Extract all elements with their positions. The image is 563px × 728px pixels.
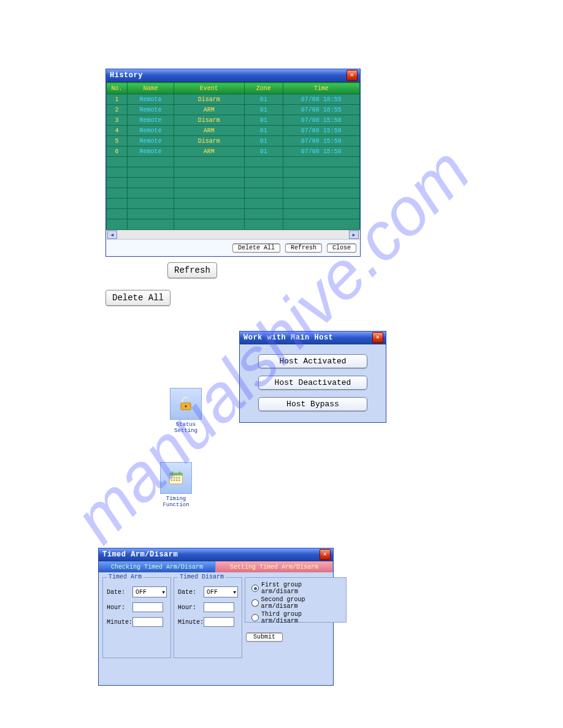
arm-minute-input[interactable] [132, 617, 163, 627]
history-body: No. Name Event Zone Time 1RemoteDisarm01… [106, 82, 360, 256]
tab-checking[interactable]: Checking Timed Arm/Disarm [99, 561, 216, 572]
dis-hour-input[interactable] [204, 602, 234, 612]
host-activated-button[interactable]: Host Activated [258, 354, 367, 368]
timed-disarm-legend: Timed Disarm [178, 574, 226, 580]
close-icon[interactable] [372, 332, 383, 343]
svg-rect-9 [178, 477, 180, 478]
cell-time: 07/08 15:58 [283, 146, 359, 157]
svg-rect-6 [171, 477, 172, 478]
chevron-down-icon: ▼ [162, 590, 165, 595]
svg-rect-13 [178, 479, 180, 480]
table-row: 1RemoteDisarm0107/08 18:55 [107, 94, 360, 105]
cell-no: 3 [107, 115, 128, 126]
radio-third[interactable] [251, 614, 259, 621]
timed-window: Timed Arm/Disarm Checking Timed Arm/Disa… [98, 548, 334, 686]
close-button[interactable]: Close [327, 243, 356, 252]
timing-tile[interactable] [160, 462, 192, 494]
radio-first[interactable] [251, 585, 259, 592]
cell-time: 07/08 15:58 [283, 136, 359, 146]
svg-rect-5 [179, 471, 180, 474]
svg-rect-11 [174, 479, 175, 480]
col-time: Time [283, 83, 359, 94]
history-title: History [110, 71, 143, 80]
dis-date-select[interactable]: OFF ▼ [204, 586, 238, 597]
cell-no: 5 [107, 136, 128, 146]
cell-name: Remote [128, 126, 174, 136]
cell-time: 07/08 15:58 [283, 126, 359, 136]
dis-date-value: OFF [207, 589, 218, 596]
close-icon[interactable] [347, 70, 358, 81]
table-row: 5RemoteDisarm0107/08 15:58 [107, 136, 360, 146]
submit-button[interactable]: Submit [246, 632, 283, 642]
cell-time: 07/08 15:58 [283, 115, 359, 126]
cell-name: Remote [128, 105, 174, 115]
radio-second[interactable] [251, 599, 259, 607]
col-name: Name [128, 83, 174, 94]
arm-date-value: OFF [136, 589, 147, 596]
timed-right-column: First group arm/disarm Second group arm/… [245, 577, 347, 669]
status-tile[interactable] [170, 388, 202, 420]
svg-rect-3 [169, 473, 182, 476]
timed-disarm-group: Timed Disarm Date: OFF ▼ Hour: Minute: [174, 577, 242, 658]
timing-function-icon[interactable]: Timing Function [151, 462, 201, 508]
cell-event: ARM [174, 146, 244, 157]
refresh-button-standalone[interactable]: Refresh [167, 262, 217, 278]
scroll-right-icon[interactable]: ► [349, 230, 359, 239]
timed-title: Timed Arm/Disarm [102, 550, 178, 559]
calendar-icon [168, 469, 184, 487]
radio-first-label: First group arm/disarm [261, 582, 342, 595]
horizontal-scrollbar[interactable]: ◄ ► [106, 230, 360, 239]
scroll-left-icon[interactable]: ◄ [107, 230, 117, 239]
cell-name: Remote [128, 136, 174, 146]
arm-minute-label: Minute: [107, 619, 130, 626]
cell-no: 1 [107, 94, 128, 105]
arm-hour-label: Hour: [107, 604, 130, 611]
timed-titlebar: Timed Arm/Disarm [99, 548, 333, 561]
table-row-empty [107, 157, 360, 167]
table-row-empty [107, 209, 360, 219]
cell-time: 07/08 18:55 [283, 105, 359, 115]
cell-time: 07/08 18:55 [283, 94, 359, 105]
col-no: No. [107, 83, 128, 94]
host-title: Work with Main Host [243, 333, 333, 342]
cell-name: Remote [128, 146, 174, 157]
cell-no: 6 [107, 146, 128, 157]
cell-event: ARM [174, 126, 244, 136]
dis-minute-input[interactable] [204, 617, 234, 627]
group-radio-box: First group arm/disarm Second group arm/… [245, 577, 347, 623]
table-row: 3RemoteDisarm0107/08 15:58 [107, 115, 360, 126]
table-row-empty [107, 199, 360, 209]
tab-setting[interactable]: Setting Timed Arm/Disarm [216, 561, 333, 572]
arm-date-select[interactable]: OFF ▼ [132, 586, 167, 597]
col-zone: Zone [244, 83, 283, 94]
status-setting-icon[interactable]: Status Setting [169, 388, 202, 434]
svg-rect-7 [174, 477, 175, 478]
svg-rect-8 [176, 477, 177, 478]
radio-second-label: Second group arm/disarm [261, 596, 342, 610]
radio-third-label: Third group arm/disarm [261, 611, 342, 624]
history-table: No. Name Event Zone Time 1RemoteDisarm01… [106, 82, 360, 230]
svg-rect-4 [172, 471, 174, 474]
host-deactivated-button[interactable]: Host Deactivated [258, 376, 367, 390]
cell-zone: 01 [244, 126, 283, 136]
refresh-button[interactable]: Refresh [285, 243, 322, 252]
timed-arm-legend: Timed Arm [107, 574, 144, 580]
cell-event: Disarm [174, 115, 244, 126]
cell-name: Remote [128, 94, 174, 105]
lock-icon [178, 396, 194, 412]
status-label: Status Setting [174, 422, 197, 434]
delete-all-button-standalone[interactable]: Delete All [105, 290, 170, 306]
cell-no: 2 [107, 105, 128, 115]
radio-first-row[interactable]: First group arm/disarm [251, 582, 342, 595]
timed-body: Timed Arm Date: OFF ▼ Hour: Minute: Time… [99, 572, 333, 685]
radio-third-row[interactable]: Third group arm/disarm [251, 611, 342, 624]
close-icon[interactable] [320, 549, 331, 560]
table-row: 6RemoteARM0107/08 15:58 [107, 146, 360, 157]
delete-all-button[interactable]: Delete All [232, 243, 280, 252]
history-window: History No. Name Event Zone Time 1Remote… [105, 69, 361, 257]
host-bypass-button[interactable]: Host Bypass [258, 397, 367, 411]
cell-no: 4 [107, 126, 128, 136]
arm-hour-input[interactable] [132, 602, 163, 612]
radio-second-row[interactable]: Second group arm/disarm [251, 596, 342, 610]
dis-minute-label: Minute: [178, 619, 201, 626]
